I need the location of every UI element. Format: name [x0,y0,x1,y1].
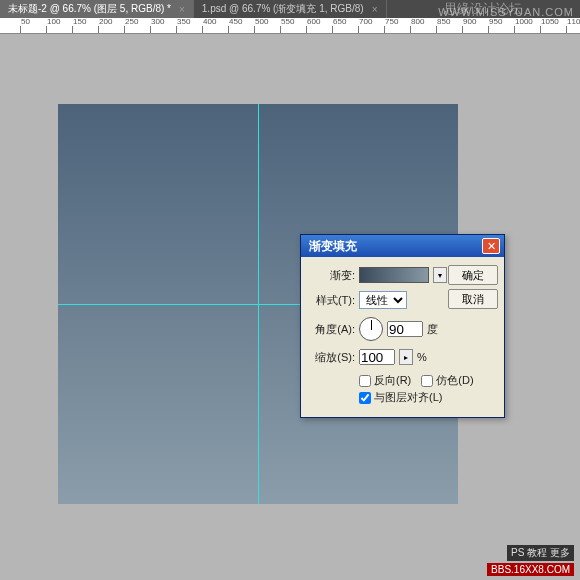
scale-input[interactable] [359,349,395,365]
gradient-preview[interactable] [359,267,429,283]
tab-label: 未标题-2 @ 66.7% (图层 5, RGB/8) * [8,2,171,16]
angle-input[interactable] [387,321,423,337]
footer-watermark: PS 教程 更多 BBS.16XX8.COM [487,545,574,576]
close-icon[interactable]: × [179,4,185,15]
dialog-title: 渐变填充 [309,238,357,255]
cancel-button[interactable]: 取消 [448,289,498,309]
angle-dial[interactable] [359,317,383,341]
tab-doc-2[interactable]: 1.psd @ 66.7% (渐变填充 1, RGB/8) × [194,0,387,18]
align-checkbox[interactable]: 与图层对齐(L) [359,390,498,405]
style-label: 样式(T): [307,293,355,308]
close-button[interactable]: ✕ [482,238,500,254]
tab-doc-1[interactable]: 未标题-2 @ 66.7% (图层 5, RGB/8) * × [0,0,194,18]
watermark-url: WWW.MISSYUAN.COM [438,6,574,18]
gradient-dropdown[interactable]: ▾ [433,267,447,283]
tab-label: 1.psd @ 66.7% (渐变填充 1, RGB/8) [202,2,364,16]
angle-label: 角度(A): [307,322,355,337]
close-icon[interactable]: × [372,4,378,15]
scale-unit: % [417,351,427,363]
style-select[interactable]: 线性 [359,291,407,309]
dialog-titlebar[interactable]: 渐变填充 ✕ [301,235,504,257]
gradient-label: 渐变: [307,268,355,283]
workspace: 渐变填充 ✕ 确定 取消 渐变: ▾ 样式(T): 线性 角度(A): [0,34,580,580]
ruler-horizontal: 5010015020025030035040045050055060065070… [0,18,580,34]
gradient-fill-dialog: 渐变填充 ✕ 确定 取消 渐变: ▾ 样式(T): 线性 角度(A): [300,234,505,418]
ok-button[interactable]: 确定 [448,265,498,285]
angle-unit: 度 [427,322,438,337]
dither-checkbox[interactable]: 仿色(D) [421,373,473,388]
scale-label: 缩放(S): [307,350,355,365]
reverse-checkbox[interactable]: 反向(R) [359,373,411,388]
scale-stepper[interactable]: ▸ [399,349,413,365]
